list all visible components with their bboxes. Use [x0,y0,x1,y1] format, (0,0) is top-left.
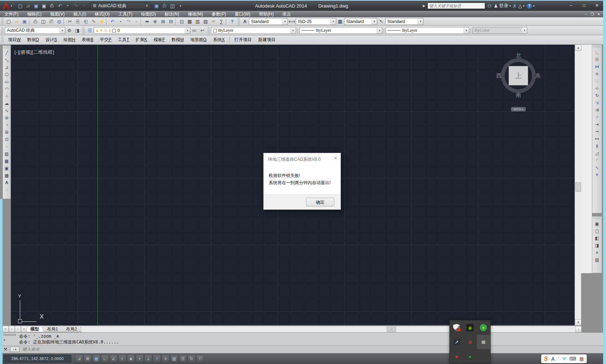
separator[interactable] [63,18,66,25]
toolbar-grip[interactable] [237,18,240,25]
infocenter-expand-icon[interactable]: ▶ [423,4,425,8]
sheet-set-manager-icon[interactable]: ▧ [202,18,210,25]
insert-block-icon[interactable]: ⊞ [3,129,10,136]
linetype-dropdown[interactable]: ByLayer ▾ [299,27,382,34]
qat-redo-icon[interactable]: ↷ [72,2,79,10]
plot-icon[interactable]: ⎙ [31,18,39,25]
arc-icon[interactable]: ◠ [3,85,10,93]
tool-palettes-icon[interactable]: ▥ [194,18,202,25]
new-file-icon[interactable]: ▢ [5,18,13,25]
make-object-layer-current-icon[interactable]: ≔ [190,27,198,34]
tab-prev-button[interactable]: ‹ [9,326,15,332]
point-style-icon[interactable]: ∷ [3,186,10,194]
copy-object-icon[interactable]: ⎘ [593,56,601,63]
toolbar-grip[interactable] [82,27,85,34]
break-icon[interactable]: ⊷ [593,135,601,142]
toolbar-grip[interactable] [1,27,4,34]
wcs-dropdown[interactable]: WCS ▾ [511,107,526,111]
match-properties-icon[interactable]: ✎ [90,18,98,25]
publish-icon[interactable]: ⎚ [47,18,55,25]
table-icon[interactable]: ▦ [3,172,10,179]
workspace-settings-icon[interactable]: ⚙ [65,27,73,34]
weidi-menu-item[interactable]: 工具T [115,37,132,43]
ortho-toggle[interactable]: ∟ [101,355,109,363]
send-to-back-icon[interactable]: ▢ [593,227,601,235]
viewport-controls[interactable]: [-][俯视][二维线框] [14,49,54,56]
layer-previous-icon[interactable]: ↩ [198,27,206,34]
extend-icon[interactable]: ⇥ [593,121,601,128]
annotation-monitor-toggle[interactable]: ⚐ [196,355,204,363]
autodesk360-button[interactable]: △ ▾ [518,3,524,9]
web-icon[interactable]: ◍ [55,18,63,25]
designcenter-icon[interactable]: ▦ [186,18,194,25]
move-icon[interactable]: ⊹ [593,85,601,92]
infer-constraints-toggle[interactable]: ⊿ [75,355,83,363]
circle-icon[interactable]: ○ [3,93,10,100]
construction-line-icon[interactable]: ⤡ [3,57,10,64]
sogou-keyboard-icon[interactable]: ⌨ [570,356,576,361]
viewcube-east[interactable]: 东 [535,72,541,79]
weidi-menu-item[interactable]: 绘图H [60,37,79,43]
bring-above-objects-icon[interactable]: ◧ [593,235,601,242]
close-button[interactable]: ✕ [593,3,601,8]
menu-item[interactable]: 标注(N) [160,11,184,17]
qat-undo-dropdown-icon[interactable]: ▾ [64,2,71,10]
ellipse-icon[interactable]: ⊜ [3,114,10,121]
qat-open-icon[interactable]: ▱ [25,2,32,10]
undo-dropdown-icon[interactable]: ▾ [117,18,124,25]
menu-item[interactable]: 窗口(W) [230,11,255,17]
redo-icon[interactable]: ↷ [124,18,132,25]
sheet-icon[interactable]: ▣ [153,2,160,10]
array-icon[interactable]: ∷ [593,77,601,85]
region-icon[interactable]: ▣ [3,165,10,172]
toolbar-grip[interactable] [593,46,601,48]
layer-properties-manager-icon[interactable]: ☰ [86,27,94,34]
copy-icon[interactable]: ⎘ [74,18,82,25]
open-file-icon[interactable]: ▱ [13,18,21,25]
spline-icon[interactable]: ∿ [3,107,10,114]
zoom-previous-icon[interactable]: ⊟ [167,18,175,25]
pan-icon[interactable]: ⇹ [143,18,151,25]
weidi-menu-item[interactable]: 系统X [210,37,228,43]
save-icon[interactable]: ▣ [21,18,28,25]
scroll-up-button[interactable]: ▲ [575,45,581,51]
doc-restore-button[interactable]: ❐ [591,12,594,16]
sogou-lang-icon[interactable]: A [551,356,555,361]
revision-cloud-icon[interactable]: ☁ [3,100,10,107]
grid-toggle[interactable]: ▦ [92,355,100,363]
exchange-apps-button[interactable]: X [513,3,516,9]
ellipse-arc-icon[interactable]: ◔ [3,121,10,129]
mleader-style-dropdown[interactable]: Standard ▾ [385,18,423,25]
scale-icon[interactable]: ⇲ [593,99,601,106]
point-icon[interactable]: · [3,143,10,150]
tab-last-button[interactable]: » [21,326,27,332]
hatch-to-back-icon[interactable]: ▨ [593,256,601,263]
weidi-menu-item[interactable]: 数据D [24,37,42,43]
tray-nvidia-icon[interactable]: ◉ [463,320,477,335]
minimize-button[interactable]: ─ [567,3,575,8]
toolbar-grip[interactable] [207,27,210,34]
markup-set-manager-icon[interactable]: ✑ [210,18,218,25]
qat-plot-icon[interactable]: ⎙ [48,2,56,10]
application-menu-button[interactable]: ▾ [0,1,14,10]
trim-icon[interactable]: ⌿ [593,114,601,121]
polyline-icon[interactable]: ⊿ [3,64,10,71]
menu-item[interactable]: 帮助(H) [255,11,278,17]
signin-button[interactable]: ♟ 登录 ▾ [494,3,511,9]
tray-window-icon[interactable]: ⊞ [477,335,490,349]
transparency-toggle[interactable]: ▥ [170,355,178,363]
tray-security-icon[interactable]: ✕ [450,320,463,335]
help-icon[interactable]: ? [228,18,236,25]
toolbar-grip[interactable] [593,217,601,219]
menu-item[interactable]: 工具(T) [114,11,137,17]
help-menu-button[interactable]: ? ▾ [527,3,535,9]
table-style-dropdown[interactable]: Standard ▾ [344,18,377,25]
blend-curves-icon[interactable]: ∿ [593,164,601,171]
separator[interactable] [175,18,177,25]
snap-toggle[interactable]: ⊞ [84,355,92,363]
ok-button[interactable]: 确定 [306,198,334,207]
selection-cycling-toggle[interactable]: ↻ [188,355,196,363]
command-prompt-button[interactable]: › ▾ [10,347,19,352]
rotate-icon[interactable]: ↻ [593,92,601,99]
tray-app-red-icon[interactable]: ■ [450,349,463,364]
